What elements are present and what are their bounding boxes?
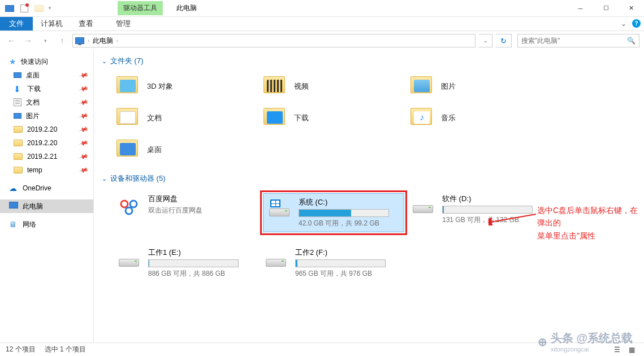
folder-icon xyxy=(115,138,140,161)
search-input[interactable] xyxy=(521,37,624,45)
pin-icon: 📌 xyxy=(79,151,89,162)
folder-label: 图片 xyxy=(441,81,456,92)
context-tab-drive-tools[interactable]: 驱动器工具 xyxy=(118,1,163,15)
star-icon: ★ xyxy=(9,57,16,66)
folder-pictures[interactable]: 图片 xyxy=(407,73,554,100)
drive-icon xyxy=(263,249,288,269)
properties-icon[interactable] xyxy=(18,2,31,15)
onedrive-icon: ☁ xyxy=(9,184,18,193)
sidebar-label: temp xyxy=(27,166,42,174)
qat-dropdown-icon[interactable]: ▼ xyxy=(47,6,52,11)
main-area: ★ 快速访问 桌面📌 ⬇下载📌 文档📌 图片📌 2019.2.20📌 2019.… xyxy=(0,50,644,344)
folder-videos[interactable]: 视频 xyxy=(260,73,407,100)
sidebar-label: 2019.2.20 xyxy=(27,125,57,133)
tab-view[interactable]: 查看 xyxy=(71,17,101,31)
drive-name: 系统 (C:) xyxy=(299,197,400,207)
close-button[interactable]: ✕ xyxy=(619,0,644,17)
sidebar-folder[interactable]: 2019.2.20📌 xyxy=(0,123,93,136)
sidebar-quick-access[interactable]: ★ 快速访问 xyxy=(0,55,93,68)
sidebar-label: 2019.2.21 xyxy=(27,153,57,160)
tab-computer[interactable]: 计算机 xyxy=(33,17,71,31)
pc-icon xyxy=(9,202,18,211)
search-box[interactable]: 🔍 xyxy=(517,34,639,47)
annotation-line: 选中C盘后单击鼠标右键，在弹出的 xyxy=(537,204,644,229)
back-button[interactable]: ← xyxy=(5,34,18,47)
pin-icon: 📌 xyxy=(79,70,89,80)
drive-name: 百度网盘 xyxy=(148,194,257,204)
folder-desktop[interactable]: 桌面 xyxy=(113,136,260,163)
navigation-pane: ★ 快速访问 桌面📌 ⬇下载📌 文档📌 图片📌 2019.2.20📌 2019.… xyxy=(0,50,94,344)
folder-icon xyxy=(14,167,23,173)
folder-icon xyxy=(409,75,434,98)
help-icon[interactable]: ? xyxy=(632,19,641,28)
window-title: 此电脑 xyxy=(176,3,197,13)
folder-music[interactable]: ♪音乐 xyxy=(407,105,554,132)
svg-point-0 xyxy=(121,201,128,207)
drive-icon xyxy=(410,195,435,215)
drive-usage-text: 42.0 GB 可用，共 99.2 GB xyxy=(299,219,400,228)
network-icon: 🖥 xyxy=(9,220,18,229)
desktop-icon xyxy=(14,72,21,78)
sidebar-onedrive[interactable]: ☁OneDrive xyxy=(0,181,93,195)
recent-dropdown-icon[interactable]: ▾ xyxy=(38,34,52,47)
baidu-pan-icon xyxy=(116,194,141,219)
folder-icon xyxy=(262,107,287,129)
sidebar-network[interactable]: 🖥网络 xyxy=(0,218,93,231)
sidebar-folder[interactable]: temp📌 xyxy=(0,163,93,177)
sidebar-downloads[interactable]: ⬇下载📌 xyxy=(0,82,93,95)
document-icon xyxy=(14,98,21,106)
watermark: ⊕ 头条 @系统总载 xitongzongcai xyxy=(538,331,633,353)
sidebar-desktop[interactable]: 桌面📌 xyxy=(0,68,93,82)
title-bar: ▼ 驱动器工具 此电脑 ─ ☐ ✕ xyxy=(0,0,644,17)
drive-e-work1[interactable]: 工作1 (E:) 886 GB 可用，共 886 GB xyxy=(113,244,260,282)
window-controls: ─ ☐ ✕ xyxy=(568,0,644,17)
address-dropdown-icon[interactable]: ⌄ xyxy=(479,34,492,47)
sidebar-label: 桌面 xyxy=(26,71,40,80)
group-header-folders[interactable]: ⌄ 文件夹 (7) xyxy=(102,56,636,66)
sidebar-pictures[interactable]: 图片📌 xyxy=(0,109,93,123)
sidebar-folder[interactable]: 2019.2.21📌 xyxy=(0,150,93,163)
maximize-button[interactable]: ☐ xyxy=(593,0,619,17)
folder-label: 桌面 xyxy=(147,145,162,155)
sidebar-documents[interactable]: 文档📌 xyxy=(0,95,93,109)
search-icon[interactable]: 🔍 xyxy=(627,37,636,45)
folder-downloads[interactable]: 下载 xyxy=(260,105,407,132)
svg-point-1 xyxy=(130,201,137,207)
address-bar[interactable]: › 此电脑 › xyxy=(72,34,476,47)
expand-ribbon-icon[interactable]: ⌄ xyxy=(621,20,626,28)
content-pane: ⌄ 文件夹 (7) 3D 对象 视频 图片 文档 下载 ♪音乐 桌面 ⌄ 设备和… xyxy=(94,50,644,344)
sidebar-folder[interactable]: 2019.2.20📌 xyxy=(0,136,93,150)
folder-3d-objects[interactable]: 3D 对象 xyxy=(113,73,260,100)
group-header-drives[interactable]: ⌄ 设备和驱动器 (5) xyxy=(102,173,636,184)
drive-c-system[interactable]: 系统 (C:) 42.0 GB 可用，共 99.2 GB xyxy=(263,193,404,232)
up-button[interactable]: ↑ xyxy=(55,34,69,47)
breadcrumb-this-pc[interactable]: 此电脑 xyxy=(93,36,113,46)
folder-label: 下载 xyxy=(294,113,309,123)
refresh-button[interactable]: ↻ xyxy=(496,34,512,47)
drive-usage-text: 886 GB 可用，共 886 GB xyxy=(148,269,257,279)
folder-documents[interactable]: 文档 xyxy=(113,105,260,132)
folder-icon xyxy=(115,75,140,98)
tab-manage[interactable]: 管理 xyxy=(106,17,141,31)
new-folder-icon[interactable] xyxy=(33,2,45,15)
folder-icon xyxy=(14,153,23,160)
drive-name: 软件 (D:) xyxy=(442,194,551,204)
drive-baidu[interactable]: 百度网盘 双击运行百度网盘 xyxy=(113,190,260,235)
pin-icon: 📌 xyxy=(79,97,89,107)
file-tab[interactable]: 文件 xyxy=(0,17,33,31)
group-title: 文件夹 (7) xyxy=(110,56,144,66)
pc-app-icon[interactable] xyxy=(3,2,16,15)
chevron-down-icon: ⌄ xyxy=(102,175,107,183)
drive-icon xyxy=(267,198,292,219)
forward-button[interactable]: → xyxy=(21,34,35,47)
drive-subtitle: 双击运行百度网盘 xyxy=(148,206,257,215)
drive-f-work2[interactable]: 工作2 (F:) 965 GB 可用，共 976 GB xyxy=(260,244,407,282)
sidebar-label: 此电脑 xyxy=(23,202,43,211)
drive-name: 工作2 (F:) xyxy=(295,248,404,258)
drive-usage-bar xyxy=(299,209,389,217)
watermark-text: 头条 @系统总载 xyxy=(551,332,633,344)
minimize-button[interactable]: ─ xyxy=(568,0,593,17)
sidebar-this-pc[interactable]: 此电脑 xyxy=(0,199,93,213)
pin-icon: 📌 xyxy=(79,165,89,175)
annotation-text: 选中C盘后单击鼠标右键，在弹出的 菜单里点击"属性 xyxy=(537,204,644,242)
